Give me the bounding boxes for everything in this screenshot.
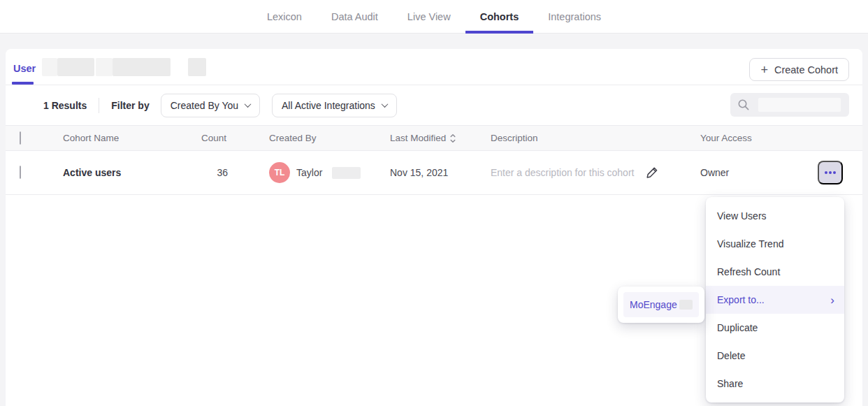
integrations-filter-value: All Active Integrations bbox=[282, 100, 375, 111]
edit-description-button[interactable] bbox=[645, 166, 659, 180]
select-all-checkbox[interactable] bbox=[20, 131, 21, 145]
menu-item-refresh-count[interactable]: Refresh Count bbox=[706, 258, 844, 286]
tab-data-audit[interactable]: Data Audit bbox=[317, 0, 393, 33]
user-tab-underline bbox=[12, 82, 34, 85]
dot-icon bbox=[825, 171, 827, 174]
redacted-block bbox=[188, 58, 206, 76]
export-to-label: Export to... bbox=[717, 294, 765, 305]
dot-icon bbox=[833, 171, 836, 174]
moengage-label: MoEngage bbox=[630, 299, 677, 310]
redacted-lastname bbox=[332, 167, 361, 179]
menu-item-delete[interactable]: Delete bbox=[706, 342, 844, 370]
count-value: 36 bbox=[201, 167, 228, 178]
cohort-name-link[interactable]: Active users bbox=[63, 167, 201, 178]
menu-item-visualize-trend[interactable]: Visualize Trend bbox=[706, 230, 844, 258]
row-checkbox[interactable] bbox=[20, 166, 21, 179]
redacted-search-text bbox=[758, 98, 841, 112]
results-count: 1 Results bbox=[43, 100, 87, 111]
header-label: Last Modified bbox=[390, 133, 446, 143]
filter-by-label: Filter by bbox=[111, 100, 149, 111]
description-placeholder[interactable]: Enter a description for this cohort bbox=[491, 167, 634, 178]
top-navigation: Lexicon Data Audit Live View Cohorts Int… bbox=[0, 0, 868, 34]
redacted-suffix bbox=[679, 300, 693, 310]
chevron-right-icon: › bbox=[830, 294, 834, 306]
tab-label: Data Audit bbox=[331, 11, 378, 22]
header-created-by: Created By bbox=[269, 133, 390, 143]
cohort-count: 36 bbox=[201, 167, 269, 178]
tab-label: Lexicon bbox=[267, 11, 302, 22]
create-cohort-label: Create Cohort bbox=[774, 64, 838, 75]
dot-icon bbox=[829, 171, 832, 174]
access-cell: Owner bbox=[700, 167, 818, 178]
export-submenu: MoEngage bbox=[618, 287, 704, 323]
redacted-block bbox=[113, 58, 171, 76]
menu-item-view-users[interactable]: View Users bbox=[706, 202, 844, 230]
redacted-tabs bbox=[42, 58, 206, 76]
last-modified-cell: Nov 15, 2021 bbox=[390, 167, 491, 178]
creator-name: Taylor bbox=[296, 167, 322, 178]
created-by-filter-value: Created By You bbox=[171, 100, 238, 111]
tab-lexicon[interactable]: Lexicon bbox=[252, 0, 317, 33]
row-actions-button[interactable] bbox=[818, 161, 843, 184]
search-input[interactable] bbox=[730, 93, 849, 117]
header-cohort-name: Cohort Name bbox=[63, 133, 201, 143]
menu-item-share[interactable]: Share bbox=[706, 370, 844, 398]
divider bbox=[99, 98, 99, 113]
menu-item-duplicate[interactable]: Duplicate bbox=[706, 314, 844, 342]
pencil-icon bbox=[645, 166, 659, 180]
toolbar: 1 Results Filter by Created By You All A… bbox=[6, 85, 862, 125]
search-icon bbox=[737, 99, 750, 111]
header-last-modified[interactable]: Last Modified bbox=[390, 133, 491, 143]
row-actions-menu: View Users Visualize Trend Refresh Count… bbox=[706, 197, 844, 403]
chevron-down-icon bbox=[245, 101, 252, 108]
redacted-block bbox=[57, 58, 94, 76]
tab-integrations[interactable]: Integrations bbox=[533, 0, 616, 33]
chevron-down-icon bbox=[381, 101, 388, 108]
avatar: TL bbox=[269, 162, 290, 183]
submenu-item-moengage[interactable]: MoEngage bbox=[623, 292, 699, 317]
tab-user[interactable]: User bbox=[13, 63, 36, 74]
created-by-cell: TL Taylor bbox=[269, 162, 390, 183]
description-cell: Enter a description for this cohort bbox=[491, 166, 700, 180]
plus-icon: + bbox=[760, 64, 768, 76]
tab-label: Cohorts bbox=[480, 11, 519, 22]
cohort-type-tabs: User + Create Cohort bbox=[6, 49, 862, 85]
table-header: Cohort Name Count Created By Last Modifi… bbox=[6, 125, 862, 151]
tab-live-view[interactable]: Live View bbox=[393, 0, 465, 33]
create-cohort-button[interactable]: + Create Cohort bbox=[749, 58, 849, 81]
table-row: Active users 36 TL Taylor Nov 15, 2021 E… bbox=[6, 151, 862, 195]
menu-item-export-to[interactable]: Export to... › bbox=[706, 286, 844, 314]
redacted-block bbox=[96, 58, 113, 76]
header-your-access: Your Access bbox=[700, 133, 818, 143]
tab-label: Integrations bbox=[548, 11, 601, 22]
tab-cohorts[interactable]: Cohorts bbox=[465, 0, 534, 33]
integrations-filter-dropdown[interactable]: All Active Integrations bbox=[272, 94, 397, 117]
header-description: Description bbox=[491, 133, 700, 143]
active-tab-underline bbox=[465, 31, 534, 34]
header-count: Count bbox=[201, 133, 269, 143]
created-by-filter-dropdown[interactable]: Created By You bbox=[161, 94, 260, 117]
sort-icon bbox=[450, 133, 456, 143]
tab-label: Live View bbox=[407, 11, 451, 22]
cohorts-screen: Lexicon Data Audit Live View Cohorts Int… bbox=[0, 0, 868, 406]
redacted-block bbox=[42, 58, 57, 76]
